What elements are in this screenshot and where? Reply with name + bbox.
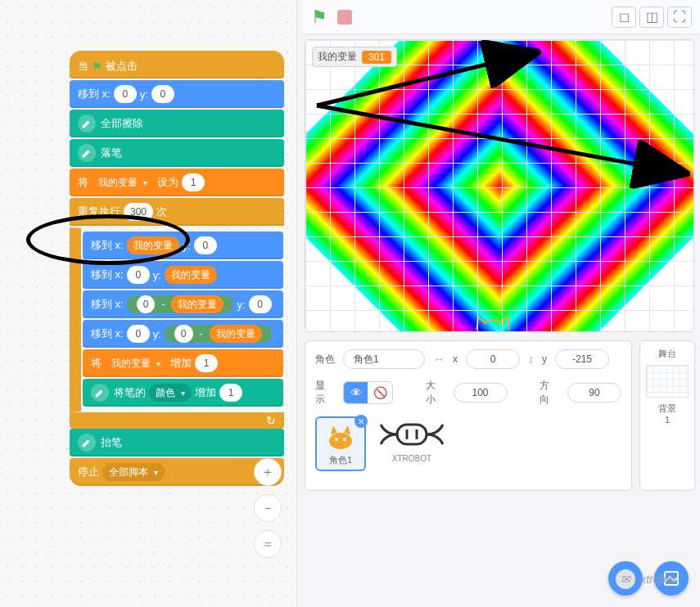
zoom-reset-button[interactable]: ＝	[254, 530, 282, 558]
x-input[interactable]: 0	[114, 85, 137, 103]
direction-input[interactable]	[567, 383, 621, 402]
label: 全部擦除	[101, 116, 143, 131]
x-input[interactable]	[466, 349, 520, 369]
svg-line-155	[317, 106, 682, 173]
watermark-text: xtrobot	[640, 573, 675, 586]
goto-xy-block[interactable]: 移到 x: 0 - 我的变量 y: 0	[83, 290, 283, 318]
backdrop-thumbnail[interactable]	[646, 365, 689, 398]
pen-icon	[91, 384, 109, 402]
repeat-block[interactable]: 重复执行 300 次	[70, 198, 284, 226]
variable-reporter[interactable]: 我的变量	[165, 266, 217, 284]
goto-xy-block[interactable]: 移到 x: 0 y: 0	[70, 80, 284, 108]
xy-icon: ↔	[433, 353, 445, 366]
variable-reporter[interactable]: 我的变量	[171, 295, 224, 313]
label: y:	[183, 240, 191, 252]
wechat-icon: ✉	[616, 569, 635, 589]
label: 将	[78, 175, 88, 190]
label: -	[161, 299, 165, 310]
backdrop-label: 背景	[644, 402, 691, 415]
change-variable-block[interactable]: 将 我的变量 增加 1	[83, 349, 283, 377]
label: 将	[91, 356, 102, 371]
fullscreen-button[interactable]: ⛶	[667, 7, 692, 28]
times-input[interactable]: 300	[124, 203, 153, 221]
backdrop-title: 舞台	[644, 348, 691, 360]
when-flag-clicked-block[interactable]: 当 ⚑ 被点击	[70, 51, 284, 79]
set-variable-block[interactable]: 将 我的变量 设为 1	[70, 169, 284, 196]
layout-large-button[interactable]: ◫	[639, 7, 664, 28]
pen-up-block[interactable]: 抬笔	[70, 429, 284, 456]
pen-down-block[interactable]: 落笔	[70, 139, 284, 167]
goto-xy-block[interactable]: 移到 x: 我的变量 y: 0	[83, 232, 283, 259]
pen-icon	[78, 115, 96, 133]
repeat-foot: ↻	[70, 412, 284, 429]
script-workspace[interactable]: 当 ⚑ 被点击 移到 x: 0 y: 0 全部擦除 落笔 将 我的变量 设为 1	[0, 0, 297, 607]
sprite-thumbnail-label: 角色1	[329, 454, 352, 466]
label: 设为	[157, 175, 178, 190]
layout-small-button[interactable]: ◻	[612, 7, 636, 28]
show-button[interactable]: 👁	[344, 382, 368, 403]
operator-minus[interactable]: 0 - 我的变量	[165, 325, 272, 343]
y-label: y	[542, 353, 547, 365]
stage[interactable]: 我的变量 301	[305, 39, 694, 332]
loop-arrow-icon: ↻	[266, 414, 276, 427]
variable-monitor[interactable]: 我的变量 301	[312, 47, 397, 67]
pen-icon	[78, 144, 96, 162]
x-input[interactable]: 0	[127, 325, 150, 343]
label: 被点击	[106, 59, 138, 74]
stop-block[interactable]: 停止 全部脚本	[70, 458, 284, 486]
flag-icon: ⚑	[92, 60, 102, 73]
num-input[interactable]: 0	[137, 295, 156, 313]
value-input[interactable]: 1	[219, 384, 242, 402]
variable-dropdown[interactable]: 我的变量	[105, 354, 167, 372]
variable-dropdown[interactable]: 我的变量	[92, 173, 154, 191]
xtrobot-label: XTROBOT	[392, 454, 431, 463]
svg-point-156	[329, 433, 352, 449]
y-input[interactable]: 0	[194, 236, 217, 254]
size-input[interactable]	[454, 383, 508, 402]
zoom-in-button[interactable]: ＋	[254, 458, 282, 486]
label: 增加	[195, 385, 216, 400]
variable-reporter[interactable]: 我的变量	[127, 236, 179, 254]
green-flag-icon[interactable]: ⚑	[311, 7, 327, 28]
pen-attr-dropdown[interactable]: 颜色	[149, 384, 192, 402]
num-input[interactable]: 0	[174, 325, 193, 343]
label: -	[200, 328, 203, 339]
label: 增加	[170, 356, 192, 371]
value-input[interactable]: 1	[182, 173, 205, 191]
backdrop-panel[interactable]: 舞台 背景 1	[639, 340, 695, 491]
label: 移到 x:	[78, 87, 111, 101]
operator-minus[interactable]: 0 - 我的变量	[127, 295, 234, 313]
stop-dropdown[interactable]: 全部脚本	[102, 463, 165, 481]
y-input[interactable]: 0	[151, 85, 174, 103]
svg-point-160	[343, 438, 346, 441]
variable-monitor-value: 301	[362, 51, 391, 64]
label: 将笔的	[114, 385, 146, 400]
goto-xy-block[interactable]: 移到 x: 0 y: 0 - 我的变量	[83, 320, 283, 348]
zoom-out-button[interactable]: －	[254, 494, 282, 522]
label: 次	[156, 205, 167, 219]
sprite-thumbnail[interactable]: ✕ 角色1	[315, 416, 366, 471]
hide-button[interactable]: 🚫	[368, 382, 392, 403]
xtrobot-icon	[377, 416, 446, 452]
xtrobot-sprite[interactable]: XTROBOT	[377, 416, 446, 463]
stop-icon[interactable]	[337, 10, 352, 25]
xy-icon: ↕	[528, 353, 534, 366]
x-input[interactable]: 0	[127, 266, 150, 284]
cat-icon	[323, 421, 359, 454]
y-input[interactable]	[555, 349, 609, 369]
label: y:	[140, 88, 148, 101]
erase-all-block[interactable]: 全部擦除	[70, 110, 284, 137]
svg-marker-158	[344, 425, 350, 434]
change-pen-color-block[interactable]: 将笔的 颜色 增加 1	[83, 379, 283, 407]
label: 移到 x:	[91, 268, 124, 282]
variable-reporter[interactable]: 我的变量	[210, 325, 262, 343]
wechat-watermark: ✉ xtrobot	[616, 569, 675, 589]
y-input[interactable]: 0	[249, 295, 272, 313]
delete-sprite-icon[interactable]: ✕	[355, 415, 368, 428]
variable-monitor-label: 我的变量	[318, 50, 357, 64]
size-label: 大小	[426, 379, 445, 407]
goto-xy-block[interactable]: 移到 x: 0 y: 我的变量	[83, 261, 283, 289]
sprite-name-input[interactable]	[343, 349, 425, 369]
value-input[interactable]: 1	[195, 354, 218, 372]
label: 移到 x:	[91, 297, 124, 312]
